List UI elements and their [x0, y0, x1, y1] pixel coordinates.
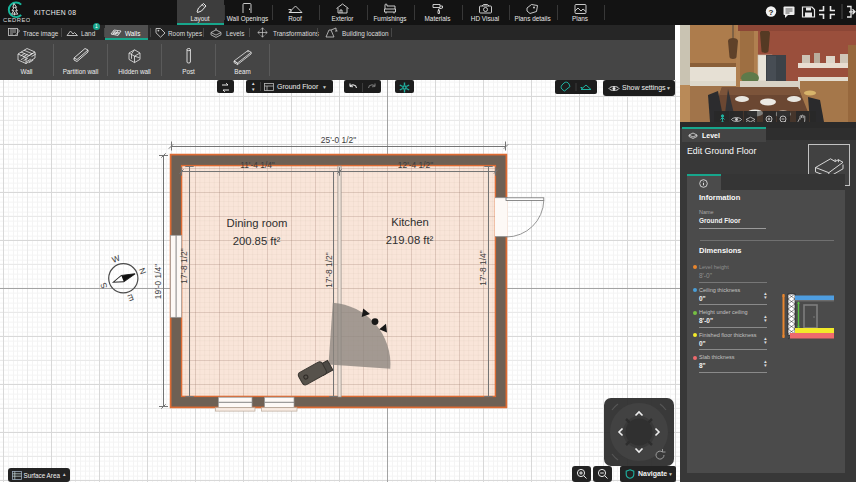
svg-text:17'-8 1/2": 17'-8 1/2"	[179, 248, 189, 283]
svg-text:CEDREO: CEDREO	[3, 17, 30, 23]
svg-text:Dining room: Dining room	[227, 217, 288, 229]
svg-text:N: N	[137, 266, 149, 275]
svg-text:E: E	[126, 292, 135, 303]
svg-text:19'-0 1/4": 19'-0 1/4"	[153, 264, 163, 299]
svg-text:17'-8 1/4": 17'-8 1/4"	[478, 250, 488, 285]
svg-text:200.85 ft²: 200.85 ft²	[233, 235, 281, 247]
svg-text:Kitchen: Kitchen	[391, 216, 429, 228]
svg-text:25'-0 1/2": 25'-0 1/2"	[321, 135, 356, 145]
svg-text:219.08 ft²: 219.08 ft²	[386, 234, 434, 246]
svg-text:W: W	[110, 253, 121, 265]
svg-text:?: ?	[769, 8, 774, 17]
svg-text:11'-4 1/4": 11'-4 1/4"	[240, 160, 275, 170]
svg-text:12'-4 1/2": 12'-4 1/2"	[398, 160, 433, 170]
svg-text:17'-8 1/2": 17'-8 1/2"	[324, 252, 334, 287]
